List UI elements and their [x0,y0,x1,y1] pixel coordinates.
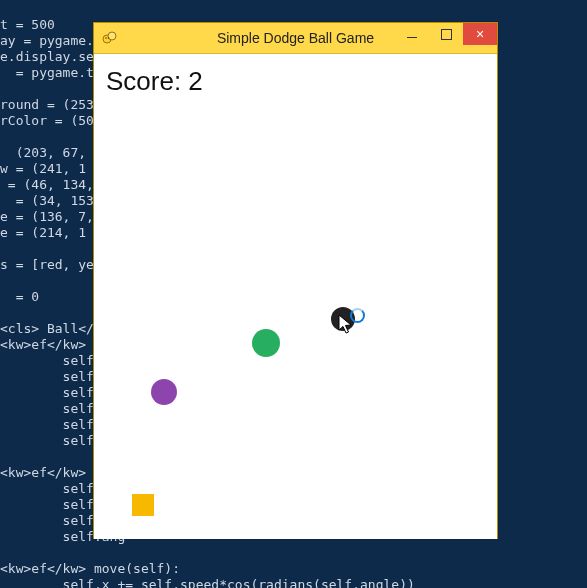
maximize-button[interactable] [429,23,463,45]
close-button[interactable]: × [463,23,497,45]
game-canvas[interactable]: Score: 2 [94,54,497,539]
minimize-icon [407,37,417,38]
player-square[interactable] [132,494,154,516]
svg-point-4 [108,37,110,39]
ball-purple [151,379,177,405]
maximize-icon [441,29,452,40]
svg-point-2 [108,32,116,40]
pygame-icon [102,30,118,46]
game-window: Simple Dodge Ball Game × Score: 2 [93,22,498,539]
close-icon: × [476,27,484,41]
score-label: Score: 2 [106,66,203,97]
svg-point-3 [105,37,107,39]
desktop: { "code_lines": [ "t = 500", "ay = pygam… [0,0,587,588]
minimize-button[interactable] [395,23,429,45]
ball-green [252,329,280,357]
titlebar[interactable]: Simple Dodge Ball Game × [94,23,497,54]
window-controls: × [395,23,497,45]
ball-black [331,307,355,331]
